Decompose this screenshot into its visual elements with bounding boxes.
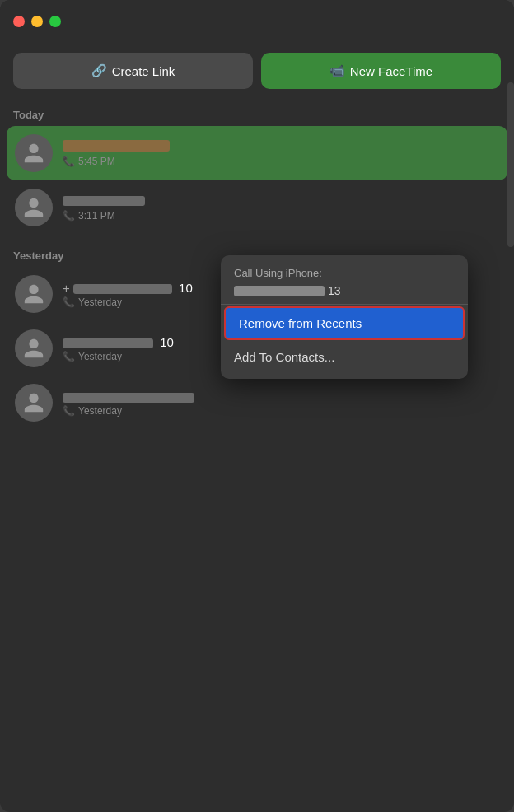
context-menu-number: 13 <box>221 282 468 304</box>
link-icon: 🔗 <box>91 63 107 78</box>
contact-row-yesterday-3[interactable]: 📞 Yesterday <box>7 376 507 430</box>
phone-icon-yesterday-1: 📞 <box>63 296 75 308</box>
redacted-name-today-1 <box>63 140 170 152</box>
maximize-button[interactable] <box>49 16 61 27</box>
avatar-yesterday-3 <box>15 384 53 422</box>
phone-icon-today-1: 📞 <box>63 156 75 167</box>
redacted-name-today-2 <box>63 196 145 206</box>
contact-detail-today-2: 📞 3:11 PM <box>63 210 499 222</box>
avatar-today-2 <box>15 189 53 226</box>
create-link-label: Create Link <box>112 64 175 78</box>
new-facetime-label: New FaceTime <box>350 64 432 78</box>
context-menu: Call Using iPhone: 13 Remove from Recent… <box>221 255 468 379</box>
contact-name-yesterday-3 <box>63 390 499 404</box>
phone-icon-today-2: 📞 <box>63 210 75 222</box>
contact-info-yesterday-3: 📞 Yesterday <box>63 390 499 417</box>
redacted-yesterday-2 <box>63 338 153 348</box>
context-menu-title: Call Using iPhone: <box>221 262 468 282</box>
contact-time-today-1: 5:45 PM <box>78 156 115 167</box>
scrollbar[interactable] <box>507 82 514 247</box>
add-to-contacts-item[interactable]: Add To Contacts... <box>221 342 468 372</box>
phone-icon-yesterday-3: 📞 <box>63 405 75 417</box>
contact-detail-today-1: 📞 5:45 PM <box>63 156 499 167</box>
avatar-yesterday-1 <box>15 275 53 313</box>
new-facetime-button[interactable]: 📹 New FaceTime <box>261 53 501 89</box>
facetime-window: 🔗 Create Link 📹 New FaceTime Today 📞 <box>0 0 514 812</box>
redacted-yesterday-1 <box>73 284 172 294</box>
contact-time-today-2: 3:11 PM <box>78 210 115 222</box>
contact-info-today-2: 📞 3:11 PM <box>63 194 499 222</box>
contact-name-today-1 <box>63 140 499 154</box>
contact-time-yesterday-2: Yesterday <box>78 351 122 362</box>
create-link-button[interactable]: 🔗 Create Link <box>13 53 253 89</box>
avatar-today-1 <box>15 134 53 172</box>
video-icon: 📹 <box>329 63 345 78</box>
toolbar: 🔗 Create Link 📹 New FaceTime <box>0 43 514 102</box>
context-menu-divider-1 <box>221 304 468 305</box>
redacted-phone-number <box>234 286 325 296</box>
contact-detail-yesterday-3: 📞 Yesterday <box>63 405 499 417</box>
avatar-yesterday-2 <box>15 329 53 367</box>
contact-time-yesterday-3: Yesterday <box>78 405 122 417</box>
today-recents-list: 📞 5:45 PM 📞 3:11 PM <box>0 126 514 235</box>
close-button[interactable] <box>13 16 25 27</box>
remove-from-recents-item[interactable]: Remove from Recents <box>224 306 465 340</box>
contact-info-today-1: 📞 5:45 PM <box>63 140 499 167</box>
today-section-label: Today <box>0 102 514 126</box>
add-to-contacts-label: Add To Contacts... <box>234 350 334 364</box>
contact-row-today-2[interactable]: 📞 3:11 PM <box>7 180 507 235</box>
redacted-yesterday-3 <box>63 393 194 403</box>
phone-icon-yesterday-2: 📞 <box>63 351 75 362</box>
contact-time-yesterday-1: Yesterday <box>78 296 122 308</box>
minimize-button[interactable] <box>31 16 43 27</box>
remove-from-recents-label: Remove from Recents <box>239 316 362 330</box>
contact-name-today-2 <box>63 194 499 208</box>
contact-row-today-1[interactable]: 📞 5:45 PM <box>7 126 507 180</box>
context-menu-number-suffix: 13 <box>328 284 341 297</box>
title-bar <box>0 0 514 43</box>
